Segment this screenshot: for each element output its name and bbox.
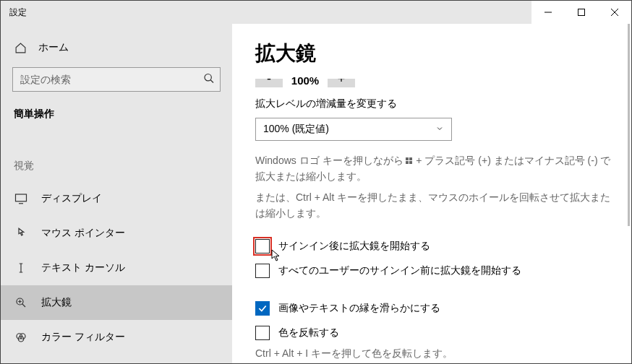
search-wrap xyxy=(12,67,221,92)
sidebar-item-label: 拡大鏡 xyxy=(41,296,72,309)
checkbox[interactable] xyxy=(255,301,270,316)
window-controls xyxy=(531,1,631,24)
magnifier-icon xyxy=(14,296,28,309)
svg-rect-0 xyxy=(578,9,585,16)
sidebar: ホーム 簡単操作 視覚 ディスプレイ xyxy=(1,24,232,363)
display-icon xyxy=(14,192,28,205)
checkbox-label: すべてのユーザーのサインイン前に拡大鏡を開始する xyxy=(278,264,521,277)
search-input[interactable] xyxy=(12,67,221,92)
home-link[interactable]: ホーム xyxy=(1,37,232,67)
window-title: 設定 xyxy=(1,6,27,19)
sidebar-item-label: ディスプレイ xyxy=(41,192,102,205)
checkbox-label: 色を反転する xyxy=(278,326,339,339)
check-start-before-signin[interactable]: すべてのユーザーのサインイン前に拡大鏡を開始する xyxy=(255,264,615,278)
sidebar-item-label: カラー フィルター xyxy=(41,331,125,344)
home-label: ホーム xyxy=(38,41,69,54)
scrollbar[interactable] xyxy=(628,24,630,226)
sidebar-item-text-cursor[interactable]: テキスト カーソル xyxy=(1,251,232,285)
sidebar-item-color-filters[interactable]: カラー フィルター xyxy=(1,320,232,355)
maximize-button[interactable] xyxy=(565,1,598,24)
check-smooth-edges[interactable]: 画像やテキストの縁を滑らかにする xyxy=(255,301,615,316)
checkbox-label: サインイン後に拡大鏡を開始する xyxy=(278,240,430,253)
checkbox-label: 画像やテキストの縁を滑らかにする xyxy=(278,302,440,315)
checkbox[interactable] xyxy=(255,326,270,340)
windows-key-icon xyxy=(406,157,413,165)
minimize-button[interactable] xyxy=(531,1,565,24)
home-icon xyxy=(14,42,27,54)
check-start-after-signin[interactable]: サインイン後に拡大鏡を開始する xyxy=(255,239,615,254)
increment-select[interactable]: 100% (既定値) xyxy=(255,118,452,141)
sidebar-item-label: マウス ポインター xyxy=(41,227,125,240)
settings-window: 設定 ホーム xyxy=(0,0,632,364)
check-invert-colors[interactable]: 色を反転する xyxy=(255,326,615,340)
section-label: 簡単操作 xyxy=(1,108,232,138)
window-body: ホーム 簡単操作 視覚 ディスプレイ xyxy=(1,24,631,363)
sidebar-item-label: テキスト カーソル xyxy=(41,261,125,274)
text-cursor-icon xyxy=(14,261,28,274)
checkbox[interactable] xyxy=(255,239,270,254)
sidebar-item-magnifier[interactable]: 拡大鏡 xyxy=(1,285,232,320)
zoom-value: 100% xyxy=(283,70,328,89)
increment-label: 拡大レベルの増減量を変更する xyxy=(255,98,615,110)
hint-line-2: または、Ctrl + Alt キーを押したまま、マウスのホイールを回転させて拡大… xyxy=(255,189,615,222)
color-filter-icon xyxy=(14,331,28,344)
content-pane: 拡大鏡 - 100% + 拡大レベルの増減量を変更する 100% (既定値) W… xyxy=(232,24,631,363)
search-icon xyxy=(203,73,215,87)
checkbox[interactable] xyxy=(255,264,270,278)
pointer-icon xyxy=(14,227,28,240)
chevron-down-icon xyxy=(435,124,444,135)
svg-point-1 xyxy=(205,74,211,81)
group-header-vision: 視覚 xyxy=(1,160,232,181)
sidebar-item-display[interactable]: ディスプレイ xyxy=(1,181,232,216)
titlebar: 設定 xyxy=(1,1,631,24)
select-value: 100% (既定値) xyxy=(263,123,329,136)
hint-block: Windows ロゴ キーを押しながら + プラス記号 (+) またはマイナス記… xyxy=(255,152,615,222)
sidebar-item-mouse-pointer[interactable]: マウス ポインター xyxy=(1,216,232,251)
invert-hint: Ctrl + Alt + I キーを押して色を反転します。 xyxy=(255,347,615,360)
hint-line-1: Windows ロゴ キーを押しながら + プラス記号 (+) またはマイナス記… xyxy=(255,152,615,185)
svg-rect-2 xyxy=(16,194,27,202)
close-button[interactable] xyxy=(598,1,631,24)
page-title: 拡大鏡 xyxy=(255,40,615,67)
